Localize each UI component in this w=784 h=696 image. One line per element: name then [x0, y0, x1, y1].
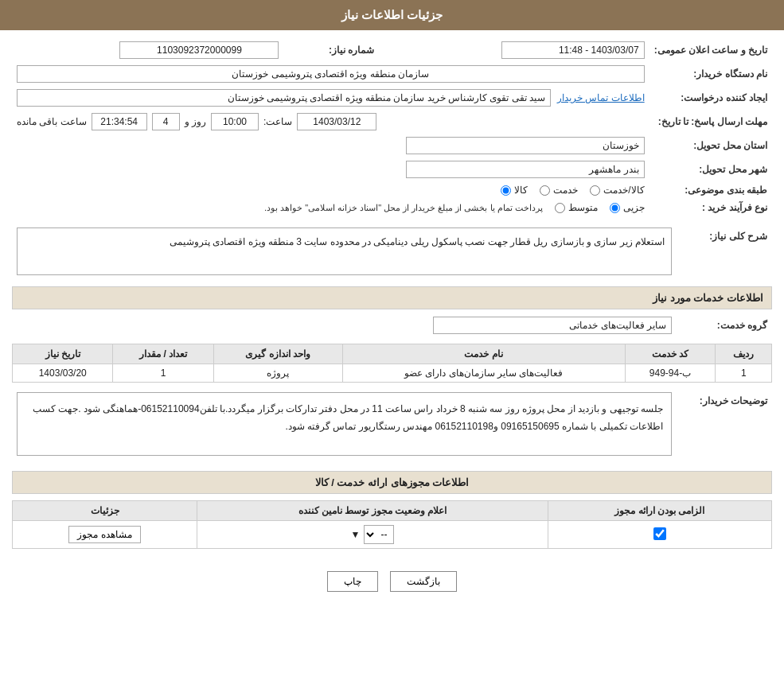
page-title: جزئیات اطلاعات نیاز — [341, 8, 443, 21]
page-header: جزئیات اطلاعات نیاز — [0, 0, 784, 30]
info-table: تاریخ و ساعت اعلان عمومی: 1403/03/07 - 1… — [12, 38, 772, 216]
permits-status-select[interactable]: -- — [364, 525, 394, 544]
announce-datetime-label: تاریخ و ساعت اعلان عمومی: — [649, 38, 772, 62]
buyer-notes-table: توضیحات خریدار: جلسه توجیهی و بازدید از … — [12, 389, 772, 459]
view-permit-button[interactable]: مشاهده مجوز — [68, 526, 140, 543]
back-button[interactable]: بازگشت — [390, 571, 457, 592]
permits-row: -- ▼ مشاهده مجوز — [13, 521, 772, 549]
need-number-label: شماره نیاز: — [283, 38, 379, 62]
cell-row-num: 1 — [716, 364, 772, 383]
permits-table: الزامی بودن ارائه مجوز اعلام وضعیت مجوز … — [12, 500, 772, 549]
buyer-notes-value: جلسه توجیهی و بازدید از محل پروژه روز سه… — [17, 392, 672, 456]
creator-value: سید تقی تقوی کارشناس خرید سازمان منطقه و… — [17, 89, 551, 107]
type-label: نوع فرآیند خرید : — [649, 199, 772, 216]
radio-kala-khadamat-input[interactable] — [590, 185, 600, 196]
services-table-row: 1 ب-94-949 فعالیت‌های سایر سازمان‌های دا… — [13, 364, 772, 383]
reply-deadline-label: مهلت ارسال پاسخ: تا تاریخ: — [649, 110, 772, 134]
radio-khadamat-label: خدمت — [553, 185, 578, 196]
service-group-value: سایر فعالیت‌های خدماتی — [433, 317, 672, 334]
service-group-table: گروه خدمت: سایر فعالیت‌های خدماتی — [12, 313, 772, 337]
city-value: بندر ماهشهر — [406, 161, 645, 178]
radio-khadamat-input[interactable] — [540, 185, 550, 196]
creator-label: ایجاد کننده درخواست: — [649, 86, 772, 110]
permits-required-checkbox[interactable] — [653, 527, 666, 540]
col-service-name: نام خدمت — [342, 344, 625, 364]
permits-status-cell: -- ▼ — [197, 521, 548, 549]
radio-jozi: جزیی — [610, 202, 645, 213]
cell-service-name: فعالیت‌های سایر سازمان‌های دارای عضو — [342, 364, 625, 383]
reply-time-label: ساعت: — [263, 116, 292, 127]
radio-kala-khadamat: کالا/خدمت — [590, 185, 644, 196]
radio-kala-label: کالا — [514, 185, 528, 196]
permits-required-cell — [548, 521, 771, 549]
province-label: استان محل تحویل: — [649, 134, 772, 157]
col-need-date: تاریخ نیاز — [13, 344, 113, 364]
permits-col-status: اعلام وضعیت مجوز توسط نامین کننده — [197, 501, 548, 521]
cell-unit: پروژه — [213, 364, 342, 383]
reply-time-value: 10:00 — [211, 113, 259, 130]
permits-col-details: جزئیات — [13, 501, 197, 521]
radio-kala-input[interactable] — [501, 185, 511, 196]
permits-title: اطلاعات مجوزهای ارائه خدمت / کالا — [315, 476, 470, 488]
reply-remaining-label: ساعت باقی مانده — [17, 116, 87, 127]
services-table: ردیف کد خدمت نام خدمت واحد اندازه گیری ت… — [12, 344, 772, 383]
cell-quantity: 1 — [113, 364, 213, 383]
col-unit: واحد اندازه گیری — [213, 344, 342, 364]
category-label: طبقه بندی موضوعی: — [649, 181, 772, 199]
need-desc-table: شرح کلی نیاز: استعلام زیر سازی و بازسازی… — [12, 224, 772, 278]
radio-motavaset: متوسط — [555, 202, 598, 213]
services-section-header: اطلاعات خدمات مورد نیاز — [12, 286, 772, 309]
permits-section-header: اطلاعات مجوزهای ارائه خدمت / کالا — [12, 471, 772, 494]
col-quantity: تعداد / مقدار — [113, 344, 213, 364]
need-number-value: 1103092372000099 — [119, 41, 279, 59]
city-label: شهر محل تحویل: — [649, 157, 772, 181]
action-buttons: بازگشت چاپ — [12, 555, 772, 608]
radio-jozi-input[interactable] — [610, 203, 620, 213]
radio-kala: کالا — [501, 185, 528, 196]
reply-days-value: 4 — [152, 113, 180, 130]
need-desc-value: استعلام زیر سازی و بازسازی ریل قطار جهت … — [17, 227, 672, 275]
radio-kala-khadamat-label: کالا/خدمت — [603, 185, 644, 196]
buyer-org-label: نام دستگاه خریدار: — [649, 62, 772, 86]
col-row-num: ردیف — [716, 344, 772, 364]
cell-need-date: 1403/03/20 — [13, 364, 113, 383]
service-group-label: گروه خدمت: — [677, 313, 772, 337]
announce-datetime-value: 1403/03/07 - 11:48 — [501, 41, 645, 59]
radio-jozi-label: جزیی — [623, 202, 645, 213]
radio-motavaset-label: متوسط — [568, 202, 598, 213]
cell-service-code: ب-94-949 — [625, 364, 716, 383]
reply-date-value: 1403/03/12 — [297, 113, 376, 130]
permits-details-cell: مشاهده مجوز — [13, 521, 197, 549]
radio-khadamat: خدمت — [540, 185, 578, 196]
process-note: پرداخت تمام یا بخشی از مبلغ خریدار از مح… — [264, 203, 543, 213]
category-radio-group: کالا/خدمت خدمت کالا — [17, 185, 645, 196]
dropdown-arrow-icon: ▼ — [351, 529, 361, 540]
buyer-org-value: سازمان منطقه ویژه اقتصادی پتروشیمی خوزست… — [17, 65, 645, 83]
buyer-notes-label: توضیحات خریدار: — [677, 389, 772, 459]
reply-days-label: روز و — [185, 116, 206, 127]
reply-remaining-value: 21:34:54 — [92, 113, 147, 130]
permits-col-required: الزامی بودن ارائه مجوز — [548, 501, 771, 521]
need-desc-label: شرح کلی نیاز: — [677, 224, 772, 278]
contact-link[interactable]: اطلاعات تماس خریدار — [557, 92, 645, 103]
print-button[interactable]: چاپ — [327, 571, 378, 592]
col-service-code: کد خدمت — [625, 344, 716, 364]
radio-motavaset-input[interactable] — [555, 203, 565, 213]
province-value: خوزستان — [406, 137, 645, 154]
